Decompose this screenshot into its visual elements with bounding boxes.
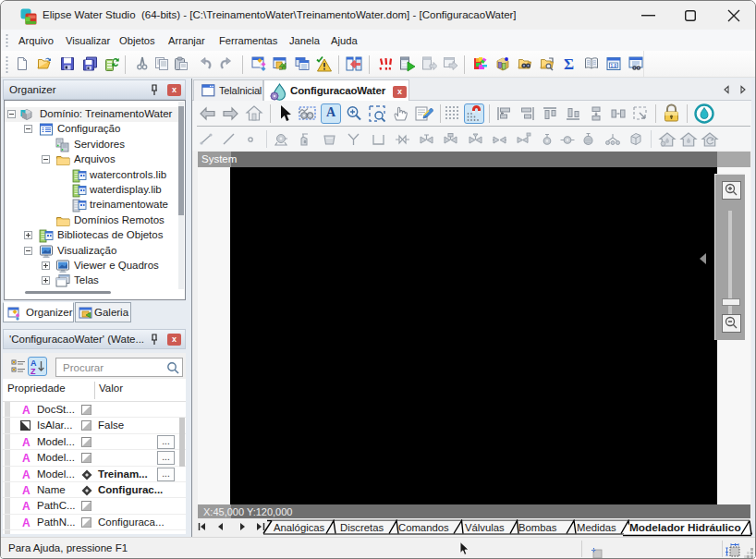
svg-text:Comandos: Comandos bbox=[398, 522, 449, 533]
svg-text:Medidas: Medidas bbox=[577, 522, 616, 533]
svg-text:Bombas: Bombas bbox=[518, 522, 557, 533]
svg-text:Discretas: Discretas bbox=[340, 522, 384, 533]
svg-text:Analógicas: Analógicas bbox=[274, 522, 325, 533]
svg-text:1.0: 1.0 bbox=[611, 64, 617, 68]
svg-text:Válvulas: Válvulas bbox=[465, 522, 505, 533]
svg-text:Σ: Σ bbox=[564, 55, 574, 72]
svg-text:Modelador Hidráulico: Modelador Hidráulico bbox=[629, 521, 741, 534]
svg-text:Z: Z bbox=[30, 367, 36, 375]
